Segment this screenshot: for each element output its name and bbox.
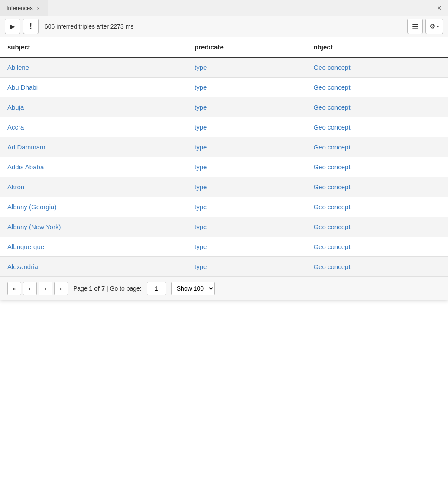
table-row: AccratypeGeo concept <box>0 117 448 137</box>
cell-object[interactable]: Geo concept <box>307 237 448 257</box>
cell-subject[interactable]: Abu Dhabi <box>0 78 188 97</box>
table-row: AbilenetypeGeo concept <box>0 57 448 78</box>
inferences-table: subject predicate object AbilenetypeGeo … <box>0 37 448 277</box>
col-header-subject: subject <box>0 37 188 57</box>
last-page-icon: » <box>59 285 62 292</box>
list-view-button[interactable]: ☰ <box>407 19 423 34</box>
list-icon: ☰ <box>412 23 418 31</box>
first-page-icon: « <box>13 285 16 292</box>
prev-page-button[interactable]: ‹ <box>23 282 37 295</box>
table-row: Addis AbabatypeGeo concept <box>0 157 448 177</box>
table-row: AkrontypeGeo concept <box>0 177 448 197</box>
cell-subject[interactable]: Albuquerque <box>0 237 188 257</box>
cell-object[interactable]: Geo concept <box>307 117 448 137</box>
prev-page-icon: ‹ <box>29 285 31 292</box>
tab-label: Inferences <box>6 5 33 11</box>
settings-button[interactable]: ⚙ ▾ <box>425 19 443 34</box>
inferences-window: Inferences × × ▶ ! 606 inferred triples … <box>0 0 448 300</box>
inferences-table-container: subject predicate object AbilenetypeGeo … <box>0 37 448 277</box>
cell-subject[interactable]: Alexandria <box>0 257 188 277</box>
cell-predicate[interactable]: type <box>188 177 306 197</box>
inferences-tab[interactable]: Inferences × <box>0 0 48 16</box>
cell-predicate[interactable]: type <box>188 57 306 78</box>
title-bar: Inferences × × <box>0 0 448 16</box>
warning-button[interactable]: ! <box>23 19 39 34</box>
page-info: Page 1 of 7 | Go to page: <box>73 285 142 292</box>
next-page-button[interactable]: › <box>39 282 52 295</box>
cell-predicate[interactable]: type <box>188 237 306 257</box>
toolbar-right: ☰ ⚙ ▾ <box>407 19 443 34</box>
table-row: Albany (New York)typeGeo concept <box>0 217 448 237</box>
cell-predicate[interactable]: type <box>188 78 306 97</box>
col-header-object: object <box>307 37 448 57</box>
cell-predicate[interactable]: type <box>188 257 306 277</box>
table-row: AlexandriatypeGeo concept <box>0 257 448 277</box>
page-info-suffix: | Go to page: <box>105 285 142 292</box>
table-row: Abu DhabitypeGeo concept <box>0 78 448 97</box>
go-to-page-input[interactable] <box>147 282 166 295</box>
cell-object[interactable]: Geo concept <box>307 217 448 237</box>
cell-object[interactable]: Geo concept <box>307 78 448 97</box>
first-page-button[interactable]: « <box>7 282 21 295</box>
cell-subject[interactable]: Abilene <box>0 57 188 78</box>
settings-icon: ⚙ <box>429 23 435 30</box>
page-bold: 1 of 7 <box>89 285 105 292</box>
cell-subject[interactable]: Abuja <box>0 97 188 117</box>
table-row: Ad DammamtypeGeo concept <box>0 137 448 157</box>
next-page-icon: › <box>45 285 46 292</box>
cell-object[interactable]: Geo concept <box>307 157 448 177</box>
cell-predicate[interactable]: type <box>188 97 306 117</box>
toolbar: ▶ ! 606 inferred triples after 2273 ms ☰… <box>0 16 448 37</box>
cell-subject[interactable]: Albany (Georgia) <box>0 197 188 217</box>
cell-predicate[interactable]: type <box>188 217 306 237</box>
cell-object[interactable]: Geo concept <box>307 97 448 117</box>
table-row: AbujatypeGeo concept <box>0 97 448 117</box>
play-icon: ▶ <box>10 23 15 30</box>
cell-subject[interactable]: Ad Dammam <box>0 137 188 157</box>
cell-predicate[interactable]: type <box>188 197 306 217</box>
status-text: 606 inferred triples after 2273 ms <box>41 23 405 30</box>
show-count-select[interactable]: Show 10Show 25Show 50Show 100Show 200 <box>171 282 215 295</box>
col-header-predicate: predicate <box>188 37 306 57</box>
cell-subject[interactable]: Addis Ababa <box>0 157 188 177</box>
cell-subject[interactable]: Accra <box>0 117 188 137</box>
settings-dropdown-icon: ▾ <box>437 24 439 29</box>
pagination-footer: « ‹ › » Page 1 of 7 | Go to page: Show 1… <box>0 277 448 300</box>
cell-subject[interactable]: Albany (New York) <box>0 217 188 237</box>
cell-predicate[interactable]: type <box>188 117 306 137</box>
cell-subject[interactable]: Akron <box>0 177 188 197</box>
table-row: Albany (Georgia)typeGeo concept <box>0 197 448 217</box>
window-close-button[interactable]: × <box>435 4 443 12</box>
table-row: AlbuquerquetypeGeo concept <box>0 237 448 257</box>
cell-object[interactable]: Geo concept <box>307 177 448 197</box>
cell-predicate[interactable]: type <box>188 137 306 157</box>
cell-object[interactable]: Geo concept <box>307 257 448 277</box>
last-page-button[interactable]: » <box>54 282 68 295</box>
table-header-row: subject predicate object <box>0 37 448 57</box>
cell-object[interactable]: Geo concept <box>307 137 448 157</box>
cell-object[interactable]: Geo concept <box>307 57 448 78</box>
cell-predicate[interactable]: type <box>188 157 306 177</box>
play-button[interactable]: ▶ <box>5 19 20 34</box>
tab-close-button[interactable]: × <box>36 5 42 11</box>
page-info-prefix: Page <box>73 285 89 292</box>
cell-object[interactable]: Geo concept <box>307 197 448 217</box>
warning-icon: ! <box>29 22 32 31</box>
